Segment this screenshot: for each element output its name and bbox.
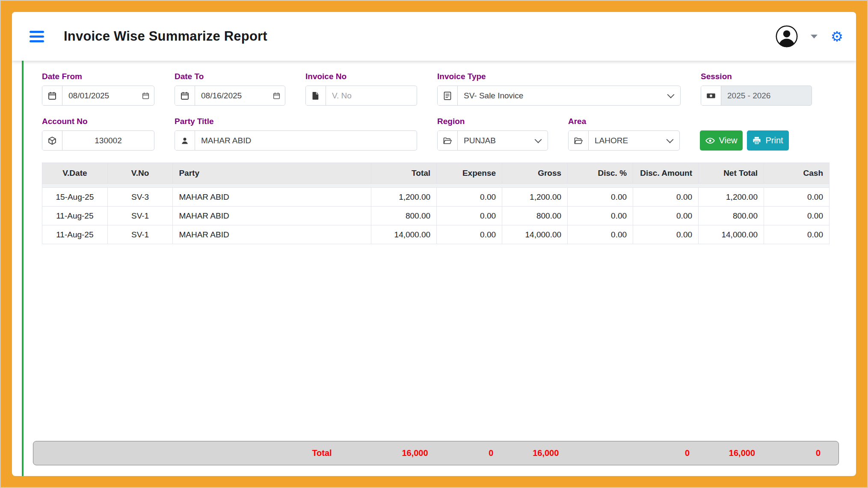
print-button-label: Print — [765, 136, 783, 145]
filter-area: Area LAHORE — [568, 117, 680, 151]
table-cell: 11-Aug-25 — [42, 225, 108, 244]
report-table-header-row: V.DateV.NoPartyTotalExpenseGrossDisc. %D… — [42, 163, 829, 184]
totals-expense: 0 — [437, 448, 502, 458]
table-cell: 14,000.00 — [502, 225, 568, 244]
chevron-down-icon[interactable] — [811, 35, 818, 38]
column-header: Expense — [437, 163, 502, 184]
filter-row-2: Account No Party Title — [42, 117, 829, 151]
invoice-type-select[interactable]: SV- Sale Inovice — [458, 86, 680, 105]
totals-label: Total — [173, 448, 371, 458]
filter-region: Region PUNJAB — [437, 117, 548, 151]
report-table-wrap: V.DateV.NoPartyTotalExpenseGrossDisc. %D… — [24, 151, 856, 244]
date-picker-icon[interactable] — [142, 92, 149, 99]
filter-invoice-no: Invoice No — [305, 72, 417, 106]
table-cell: 0.00 — [568, 188, 633, 207]
column-header: Disc. Amount — [633, 163, 699, 184]
table-cell: SV-3 — [107, 188, 173, 207]
table-cell: 0.00 — [633, 225, 699, 244]
totals-net-total: 16,000 — [698, 448, 764, 458]
table-cell: 0.00 — [633, 188, 699, 207]
date-to-input[interactable] — [195, 86, 285, 105]
view-button[interactable]: View — [700, 130, 743, 151]
person-icon — [175, 131, 195, 150]
session-input — [721, 86, 812, 105]
table-cell: 1,200.00 — [699, 188, 764, 207]
file-icon — [306, 86, 326, 105]
column-header: Cash — [764, 163, 829, 184]
filters-section: Date From Date To — [24, 61, 856, 151]
hamburger-icon — [30, 31, 44, 33]
filter-row-1: Date From Date To — [42, 72, 829, 106]
date-to-label: Date To — [175, 72, 285, 81]
filter-date-to: Date To — [175, 72, 285, 106]
table-cell: 0.00 — [764, 188, 829, 207]
table-cell: MAHAR ABID — [173, 207, 371, 225]
date-from-label: Date From — [42, 72, 154, 81]
table-cell: SV-1 — [107, 225, 173, 244]
invoice-no-label: Invoice No — [305, 72, 417, 81]
page-title: Invoice Wise Summarize Report — [64, 29, 267, 44]
gear-icon[interactable]: ⚙ — [830, 30, 843, 44]
table-cell: 11-Aug-25 — [42, 207, 108, 225]
table-cell: 0.00 — [764, 225, 829, 244]
folder-open-icon — [569, 131, 589, 150]
eye-icon — [705, 137, 715, 145]
table-cell: 0.00 — [437, 225, 502, 244]
totals-row: Total 16,000 0 16,000 0 16,000 0 — [42, 448, 829, 458]
filter-account-no: Account No — [42, 117, 154, 151]
column-header: V.Date — [42, 163, 108, 184]
table-cell: 0.00 — [568, 225, 633, 244]
table-cell: 0.00 — [764, 207, 829, 225]
totals-gross: 16,000 — [502, 448, 567, 458]
report-panel: Date From Date To — [22, 61, 856, 476]
invoice-no-input[interactable] — [326, 86, 417, 105]
totals-cash: 0 — [764, 448, 829, 458]
spacer-row — [42, 184, 829, 188]
date-picker-icon[interactable] — [273, 92, 280, 99]
session-label: Session — [701, 72, 812, 81]
table-row: 11-Aug-25SV-1MAHAR ABID800.000.00800.000… — [42, 207, 829, 225]
table-cell: 800.00 — [699, 207, 764, 225]
user-icon — [776, 25, 798, 47]
table-cell: 0.00 — [633, 207, 699, 225]
table-cell: 0.00 — [437, 207, 502, 225]
totals-total: 16,000 — [371, 448, 437, 458]
folder-open-icon — [438, 131, 458, 150]
totals-disc-amount: 0 — [633, 448, 698, 458]
table-cell: 800.00 — [371, 207, 437, 225]
menu-button[interactable] — [27, 28, 47, 45]
filter-invoice-type: Invoice Type SV- Sale Inovice — [437, 72, 681, 106]
avatar[interactable] — [776, 25, 798, 47]
column-header: Gross — [502, 163, 568, 184]
date-from-input[interactable] — [62, 86, 154, 105]
view-button-label: View — [719, 136, 738, 145]
column-header: Disc. % — [568, 163, 633, 184]
print-button[interactable]: Print — [747, 130, 789, 151]
table-cell: MAHAR ABID — [173, 188, 371, 207]
region-select[interactable]: PUNJAB — [458, 131, 548, 150]
table-cell: MAHAR ABID — [173, 225, 371, 244]
account-no-input[interactable] — [62, 131, 154, 150]
table-cell: 1,200.00 — [502, 188, 568, 207]
calendar-icon — [175, 86, 195, 105]
party-title-label: Party Title — [175, 117, 417, 126]
region-label: Region — [437, 117, 548, 126]
table-cell: SV-1 — [107, 207, 173, 225]
table-row: 11-Aug-25SV-1MAHAR ABID14,000.000.0014,0… — [42, 225, 829, 244]
invoice-type-label: Invoice Type — [437, 72, 681, 81]
app-card: Invoice Wise Summarize Report ⚙ — [12, 12, 856, 476]
table-cell: 1,200.00 — [371, 188, 437, 207]
cube-icon — [42, 131, 62, 150]
totals-bar: Total 16,000 0 16,000 0 16,000 0 — [33, 441, 839, 465]
filter-party-title: Party Title — [175, 117, 417, 151]
party-title-input[interactable] — [195, 131, 417, 150]
table-cell: 14,000.00 — [371, 225, 437, 244]
area-label: Area — [568, 117, 680, 126]
account-no-label: Account No — [42, 117, 154, 126]
column-header: Net Total — [699, 163, 764, 184]
column-header: Party — [173, 163, 371, 184]
topbar-actions: ⚙ — [776, 25, 843, 47]
report-table-body: 15-Aug-25SV-3MAHAR ABID1,200.000.001,200… — [42, 184, 829, 244]
table-cell: 15-Aug-25 — [42, 188, 108, 207]
area-select[interactable]: LAHORE — [589, 131, 679, 150]
